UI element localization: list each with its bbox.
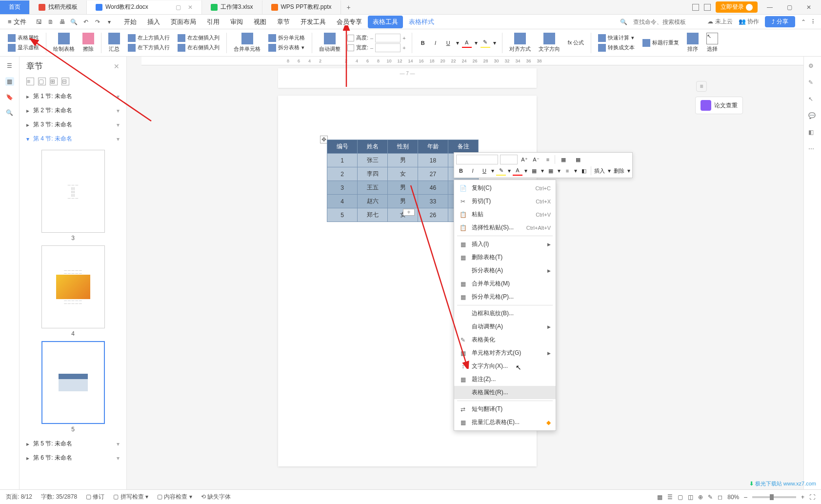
mini-insert-col[interactable]: ▦ bbox=[557, 155, 570, 164]
height-input[interactable] bbox=[375, 34, 400, 42]
split-table-button[interactable]: 拆分表格▾ bbox=[267, 43, 306, 52]
select-button[interactable]: ↖选择 bbox=[703, 33, 721, 53]
text-dir-button[interactable]: 文字方向 bbox=[536, 33, 563, 53]
highlight-button[interactable]: ✎ bbox=[481, 38, 490, 48]
mini-bold[interactable]: B bbox=[456, 166, 466, 176]
nav-tab-4[interactable]: ⊟ bbox=[61, 78, 69, 85]
nav-tab-1[interactable]: ≡ bbox=[26, 78, 34, 85]
search-input[interactable] bbox=[633, 19, 701, 25]
mini-delete-menu[interactable]: 删除 bbox=[613, 166, 625, 176]
ctx-caption[interactable]: ▦题注(Z)... bbox=[454, 373, 556, 386]
rside-icon-1[interactable]: ⚙ bbox=[808, 62, 817, 71]
mini-grow-font[interactable]: A⁺ bbox=[520, 155, 529, 164]
view-mode-3[interactable]: ▢ bbox=[678, 494, 683, 501]
ctx-table-beautify[interactable]: ✎表格美化 bbox=[454, 333, 556, 346]
zoom-value[interactable]: 80% bbox=[727, 494, 739, 501]
ctx-cut[interactable]: ✂剪切(T)Ctrl+X bbox=[454, 195, 556, 208]
to-text-button[interactable]: 转换成文本 bbox=[597, 43, 636, 52]
minimize-button[interactable]: — bbox=[762, 1, 777, 13]
status-spell[interactable]: ▢ 拼写检查 ▾ bbox=[113, 493, 148, 501]
menu-member[interactable]: 会员专享 bbox=[332, 16, 367, 28]
auto-fit-button[interactable]: 自动调整 bbox=[316, 33, 343, 53]
show-grid-button[interactable]: 显示虚框 bbox=[7, 43, 40, 52]
mini-italic[interactable]: I bbox=[468, 166, 478, 176]
zoom-fit[interactable]: ◻ bbox=[718, 494, 722, 501]
draw-table-button[interactable]: 绘制表格 bbox=[50, 33, 78, 53]
underline-button[interactable]: U bbox=[443, 38, 453, 48]
nav-item-2[interactable]: ▸第 2 节: 未命名▾ bbox=[23, 103, 122, 118]
mini-merge[interactable]: ▦ bbox=[529, 166, 539, 176]
fullscreen-icon[interactable]: ⛶ bbox=[809, 494, 815, 501]
ctx-delete-table[interactable]: ▦删除表格(T) bbox=[454, 251, 556, 264]
panel-icon[interactable]: ▦ bbox=[5, 77, 14, 86]
table-header-row[interactable]: 编号姓名性别年龄备注 bbox=[327, 140, 479, 154]
tab-ppt[interactable]: WPS PPT教程.pptx bbox=[262, 0, 341, 14]
rside-icon-4[interactable]: 💬 bbox=[808, 112, 817, 121]
ctx-merge-cells[interactable]: ▦合并单元格(M) bbox=[454, 277, 556, 290]
undo-icon[interactable]: ↶ bbox=[82, 18, 90, 26]
ctx-text-dir[interactable]: ↕文字方向(X)... bbox=[454, 360, 556, 373]
collapse-ribbon-icon[interactable]: ⌃ bbox=[801, 19, 806, 25]
nav-close-icon[interactable]: ✕ bbox=[114, 62, 120, 70]
find-icon[interactable]: 🔍 bbox=[5, 108, 14, 117]
ctx-translate[interactable]: ⇄短句翻译(T) bbox=[454, 403, 556, 416]
side-toggle-icon[interactable]: ≡ bbox=[696, 81, 707, 92]
tab-xlsx[interactable]: 工作簿3.xlsx bbox=[202, 0, 262, 14]
paper-check-button[interactable]: 论文查重 bbox=[695, 97, 743, 114]
mini-size-input[interactable] bbox=[500, 155, 518, 164]
qat-dropdown-icon[interactable]: ▾ bbox=[105, 18, 113, 26]
align-button[interactable]: 对齐方式 bbox=[506, 33, 534, 53]
thumb-3[interactable]: — — —▯ ▯▯ ▯▯ ▯— — — bbox=[41, 150, 105, 233]
status-track[interactable]: ▢ 修订 bbox=[86, 493, 104, 501]
width-input[interactable] bbox=[375, 43, 400, 52]
redo-icon[interactable]: ↷ bbox=[94, 18, 101, 26]
tab-template[interactable]: 找稻壳模板 bbox=[30, 0, 87, 14]
mini-font-input[interactable] bbox=[456, 155, 498, 164]
menu-review[interactable]: 审阅 bbox=[225, 16, 248, 28]
insert-below-button[interactable]: 在下方插入行 bbox=[127, 43, 171, 52]
save-icon[interactable]: 🖫 bbox=[35, 18, 43, 26]
formula-button[interactable]: fx 公式 bbox=[567, 39, 585, 47]
status-content[interactable]: ▢ 内容检查 ▾ bbox=[157, 493, 192, 501]
status-words[interactable]: 字数: 35/2878 bbox=[41, 493, 77, 501]
view-mode-4[interactable]: ◫ bbox=[688, 494, 693, 501]
menu-ref[interactable]: 引用 bbox=[202, 16, 224, 28]
merge-cells-button[interactable]: 合并单元格 bbox=[231, 33, 263, 53]
rside-icon-6[interactable]: ⋯ bbox=[808, 145, 817, 154]
summary-button[interactable]: 汇总 bbox=[105, 33, 123, 53]
split-cell-button[interactable]: 拆分单元格 bbox=[267, 34, 306, 42]
mini-align[interactable]: ≡ bbox=[562, 166, 572, 176]
ctx-copy[interactable]: 📄复制(C)Ctrl+C bbox=[454, 181, 556, 195]
menu-insert[interactable]: 插入 bbox=[142, 16, 165, 28]
table-add-row-button[interactable]: + bbox=[403, 209, 415, 216]
view-mode-5[interactable]: ⊕ bbox=[698, 494, 703, 501]
sort-button[interactable]: 排序 bbox=[684, 33, 701, 53]
ctx-split-cells[interactable]: ▦拆分单元格(P)... bbox=[454, 290, 556, 303]
mini-shrink-font[interactable]: A⁻ bbox=[531, 155, 541, 164]
mini-insert-menu[interactable]: 插入 bbox=[593, 166, 606, 176]
insert-right-button[interactable]: 在右侧插入列 bbox=[177, 43, 220, 52]
view-mode-2[interactable]: ☰ bbox=[667, 494, 673, 501]
ctx-borders[interactable]: 边框和底纹(B)... bbox=[454, 307, 556, 320]
quick-calc-button[interactable]: 快速计算▾ bbox=[597, 34, 636, 42]
cloud-icon[interactable]: ☁ 未上云 bbox=[707, 18, 732, 26]
ctx-paste-special[interactable]: 📋选择性粘贴(S)...Ctrl+Alt+V bbox=[454, 221, 556, 234]
ctx-split-table[interactable]: 拆分表格(A)▶ bbox=[454, 264, 556, 277]
print-preview-icon[interactable]: 🗎 bbox=[47, 18, 55, 26]
share-button[interactable]: ⤴ 分享 bbox=[765, 16, 795, 27]
thumb-5[interactable] bbox=[41, 341, 105, 424]
mini-highlight[interactable]: ✎ bbox=[496, 166, 506, 176]
coop-button[interactable]: 👥 协作 bbox=[739, 18, 759, 26]
menu-start[interactable]: 开始 bbox=[119, 16, 141, 28]
menu-section[interactable]: 章节 bbox=[272, 16, 295, 28]
ctx-paste[interactable]: 📋粘贴Ctrl+V bbox=[454, 208, 556, 221]
thumb-4[interactable]: — — — — —— — — — —— — — — —— — — — — bbox=[41, 245, 105, 328]
tab-home[interactable]: 首页 bbox=[0, 0, 30, 14]
mini-underline[interactable]: U bbox=[480, 166, 489, 176]
rside-icon-5[interactable]: ◧ bbox=[808, 129, 817, 138]
nav-tab-2[interactable]: ▢ bbox=[38, 78, 46, 85]
zoom-in[interactable]: + bbox=[801, 494, 804, 501]
rside-icon-3[interactable]: ↖ bbox=[808, 96, 817, 104]
status-missing-font[interactable]: ⟲ 缺失字体 bbox=[201, 493, 231, 501]
nav-item-5[interactable]: ▸第 5 节: 未命名▾ bbox=[23, 437, 122, 451]
